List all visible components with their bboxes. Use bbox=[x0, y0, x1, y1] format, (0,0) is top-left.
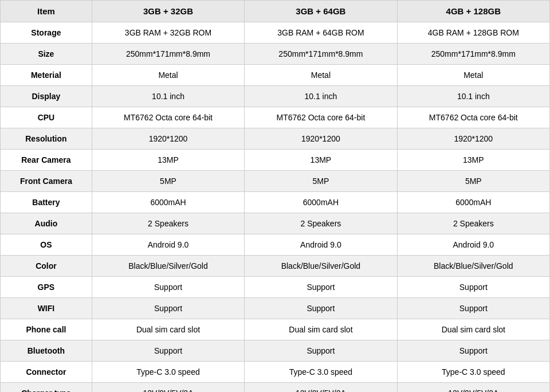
row-value-col1: 12V/9V/5V/2A bbox=[92, 383, 244, 393]
table-row: Storage3GB RAM + 32GB ROM3GB RAM + 64GB … bbox=[1, 22, 550, 44]
row-label: Rear Camera bbox=[1, 150, 92, 171]
row-value-col3: 5MP bbox=[397, 171, 549, 192]
row-value-col2: Dual sim card slot bbox=[245, 319, 397, 340]
row-value-col1: MT6762 Octa core 64-bit bbox=[92, 107, 244, 128]
row-value-col3: 10.1 inch bbox=[397, 86, 549, 107]
row-label: Battery bbox=[1, 192, 92, 213]
row-label: Charger type bbox=[1, 383, 92, 393]
table-row: OSAndroid 9.0Android 9.0Android 9.0 bbox=[1, 234, 550, 256]
table-row: Charger type12V/9V/5V/2A12V/9V/5V/2A12V/… bbox=[1, 383, 550, 393]
row-label: Connector bbox=[1, 362, 92, 383]
row-value-col3: 1920*1200 bbox=[397, 128, 549, 150]
row-value-col1: Black/Blue/Silver/Gold bbox=[92, 256, 244, 277]
row-label: OS bbox=[1, 234, 92, 256]
row-value-col2: Support bbox=[245, 298, 397, 319]
row-value-col3: Support bbox=[397, 298, 549, 319]
row-label: WIFI bbox=[1, 298, 92, 319]
row-value-col1: Support bbox=[92, 340, 244, 362]
table-row: GPSSupportSupportSupport bbox=[1, 277, 550, 298]
row-value-col3: Metal bbox=[397, 65, 549, 86]
row-value-col3: Type-C 3.0 speed bbox=[397, 362, 549, 383]
header-col2: 3GB + 64GB bbox=[245, 1, 397, 22]
row-label: Storage bbox=[1, 22, 92, 44]
spec-table: Item 3GB + 32GB 3GB + 64GB 4GB + 128GB S… bbox=[0, 0, 550, 392]
table-row: Front Camera5MP5MP5MP bbox=[1, 171, 550, 192]
row-value-col2: Support bbox=[245, 277, 397, 298]
row-label: Front Camera bbox=[1, 171, 92, 192]
row-value-col1: 3GB RAM + 32GB ROM bbox=[92, 22, 244, 44]
row-value-col2: Android 9.0 bbox=[245, 234, 397, 256]
table-row: Phone callDual sim card slotDual sim car… bbox=[1, 319, 550, 340]
table-row: Battery6000mAH6000mAH6000mAH bbox=[1, 192, 550, 213]
row-value-col1: 5MP bbox=[92, 171, 244, 192]
row-label: CPU bbox=[1, 107, 92, 128]
table-row: Display10.1 inch10.1 inch10.1 inch bbox=[1, 86, 550, 107]
row-value-col2: 2 Speakers bbox=[245, 213, 397, 234]
spec-table-wrapper: Item 3GB + 32GB 3GB + 64GB 4GB + 128GB S… bbox=[0, 0, 550, 392]
row-value-col1: Android 9.0 bbox=[92, 234, 244, 256]
table-row: WIFISupportSupportSupport bbox=[1, 298, 550, 319]
row-value-col2: Support bbox=[245, 340, 397, 362]
row-value-col3: Dual sim card slot bbox=[397, 319, 549, 340]
row-label: Bluetooth bbox=[1, 340, 92, 362]
row-value-col2: 1920*1200 bbox=[245, 128, 397, 150]
row-value-col3: Support bbox=[397, 277, 549, 298]
header-col1: 3GB + 32GB bbox=[92, 1, 244, 22]
row-value-col3: Black/Blue/Silver/Gold bbox=[397, 256, 549, 277]
row-label: Resolution bbox=[1, 128, 92, 150]
row-value-col2: Black/Blue/Silver/Gold bbox=[245, 256, 397, 277]
row-value-col1: Support bbox=[92, 298, 244, 319]
row-value-col1: 13MP bbox=[92, 150, 244, 171]
row-value-col1: 10.1 inch bbox=[92, 86, 244, 107]
row-value-col2: 6000mAH bbox=[245, 192, 397, 213]
row-label: Display bbox=[1, 86, 92, 107]
row-value-col3: Android 9.0 bbox=[397, 234, 549, 256]
row-value-col1: Dual sim card slot bbox=[92, 319, 244, 340]
row-value-col3: MT6762 Octa core 64-bit bbox=[397, 107, 549, 128]
row-value-col3: Support bbox=[397, 340, 549, 362]
row-value-col2: 3GB RAM + 64GB ROM bbox=[245, 22, 397, 44]
header-row: Item 3GB + 32GB 3GB + 64GB 4GB + 128GB bbox=[1, 1, 550, 22]
table-row: CPUMT6762 Octa core 64-bitMT6762 Octa co… bbox=[1, 107, 550, 128]
table-row: Size250mm*171mm*8.9mm250mm*171mm*8.9mm25… bbox=[1, 44, 550, 65]
row-value-col3: 13MP bbox=[397, 150, 549, 171]
row-value-col2: Metal bbox=[245, 65, 397, 86]
table-row: ColorBlack/Blue/Silver/GoldBlack/Blue/Si… bbox=[1, 256, 550, 277]
row-value-col2: MT6762 Octa core 64-bit bbox=[245, 107, 397, 128]
table-row: ConnectorType-C 3.0 speedType-C 3.0 spee… bbox=[1, 362, 550, 383]
row-value-col3: 250mm*171mm*8.9mm bbox=[397, 44, 549, 65]
header-item: Item bbox=[1, 1, 92, 22]
row-value-col2: 5MP bbox=[245, 171, 397, 192]
table-row: BluetoothSupportSupportSupport bbox=[1, 340, 550, 362]
row-label: Size bbox=[1, 44, 92, 65]
row-value-col1: 6000mAH bbox=[92, 192, 244, 213]
row-label: Color bbox=[1, 256, 92, 277]
row-value-col2: 13MP bbox=[245, 150, 397, 171]
row-value-col3: 4GB RAM + 128GB ROM bbox=[397, 22, 549, 44]
row-value-col3: 6000mAH bbox=[397, 192, 549, 213]
row-value-col1: Type-C 3.0 speed bbox=[92, 362, 244, 383]
row-value-col2: 250mm*171mm*8.9mm bbox=[245, 44, 397, 65]
row-value-col2: 10.1 inch bbox=[245, 86, 397, 107]
row-value-col1: 1920*1200 bbox=[92, 128, 244, 150]
row-value-col1: 2 Speakers bbox=[92, 213, 244, 234]
row-value-col3: 12V/9V/5V/2A bbox=[397, 383, 549, 393]
row-value-col3: 2 Speakers bbox=[397, 213, 549, 234]
header-col3: 4GB + 128GB bbox=[397, 1, 549, 22]
row-label: Meterial bbox=[1, 65, 92, 86]
table-row: Audio2 Speakers2 Speakers2 Speakers bbox=[1, 213, 550, 234]
table-body: Storage3GB RAM + 32GB ROM3GB RAM + 64GB … bbox=[1, 22, 550, 393]
table-row: Rear Camera13MP13MP13MP bbox=[1, 150, 550, 171]
row-value-col2: 12V/9V/5V/2A bbox=[245, 383, 397, 393]
row-value-col2: Type-C 3.0 speed bbox=[245, 362, 397, 383]
row-value-col1: Metal bbox=[92, 65, 244, 86]
table-row: MeterialMetalMetalMetal bbox=[1, 65, 550, 86]
row-label: GPS bbox=[1, 277, 92, 298]
row-value-col1: 250mm*171mm*8.9mm bbox=[92, 44, 244, 65]
row-value-col1: Support bbox=[92, 277, 244, 298]
row-label: Audio bbox=[1, 213, 92, 234]
row-label: Phone call bbox=[1, 319, 92, 340]
table-row: Resolution1920*12001920*12001920*1200 bbox=[1, 128, 550, 150]
